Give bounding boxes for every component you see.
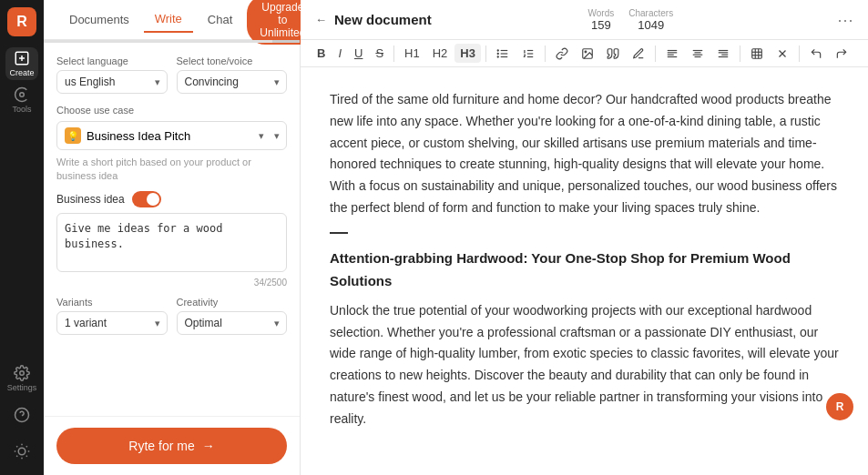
h2-button[interactable]: H2 — [427, 44, 454, 63]
language-tone-row: Select language us English Spanish Frenc… — [56, 56, 287, 94]
char-count: 34/2500 — [56, 278, 287, 288]
user-avatar: R — [826, 393, 853, 420]
language-select[interactable]: us English Spanish French — [56, 70, 168, 94]
sidebar-item-tools[interactable]: Tools — [5, 84, 38, 116]
align-right-button[interactable] — [711, 45, 735, 63]
ryte-button-wrapper: Ryte for me → — [44, 416, 300, 475]
toolbar-separator-2 — [485, 45, 486, 62]
sidebar-item-create[interactable]: Create — [5, 47, 38, 80]
business-idea-label: Business idea — [56, 193, 125, 206]
align-left-button[interactable] — [660, 45, 684, 63]
ryte-arrow-icon: → — [202, 439, 215, 453]
top-nav: Documents Write Chat Upgrade to Unlimite… — [44, 0, 300, 40]
sidebar-item-help[interactable] — [5, 399, 38, 431]
strikethrough-button[interactable]: S — [370, 44, 389, 63]
svg-point-3 — [20, 93, 25, 97]
quote-button[interactable] — [601, 45, 625, 63]
variants-group: Variants 1 variant 2 variants 3 variants — [56, 297, 168, 335]
link-button[interactable] — [550, 45, 574, 63]
toolbar-separator-1 — [393, 45, 394, 62]
ryte-for-me-button[interactable]: Ryte for me → — [56, 428, 287, 464]
business-idea-textarea[interactable]: Give me ideas for a wood business. — [56, 213, 287, 272]
table-button[interactable] — [745, 45, 769, 63]
toolbar-separator-5 — [740, 45, 740, 62]
tab-chat[interactable]: Chat — [197, 7, 243, 32]
creativity-select[interactable]: Optimal High Low — [177, 311, 288, 335]
bold-button[interactable]: B — [311, 44, 331, 63]
svg-rect-39 — [752, 48, 762, 58]
highlight-button[interactable] — [627, 45, 650, 63]
bullet-list-button[interactable] — [491, 45, 515, 63]
business-idea-row: Business idea — [56, 191, 287, 207]
underline-button[interactable]: U — [349, 44, 368, 63]
image-button[interactable] — [576, 45, 599, 63]
italic-button[interactable]: I — [332, 44, 347, 63]
tab-documents[interactable]: Documents — [58, 7, 140, 32]
doc-divider — [330, 232, 348, 234]
icon-bar: R Create Tools Settings — [0, 0, 44, 475]
svg-point-20 — [497, 53, 498, 54]
variants-select[interactable]: 1 variant 2 variants 3 variants — [56, 311, 168, 335]
align-center-button[interactable] — [686, 45, 710, 63]
use-case-chevron-icon: ▾ — [259, 130, 264, 142]
right-panel: ← New document Words 159 Characters 1049… — [301, 0, 868, 475]
language-label: Select language — [56, 56, 168, 66]
use-case-icon: 💡 — [65, 127, 81, 144]
sidebar-item-settings[interactable]: Settings — [5, 362, 38, 395]
svg-line-14 — [16, 456, 17, 457]
characters-value: 1049 — [628, 18, 673, 32]
tone-label: Select tone/voice — [177, 56, 288, 66]
doc-title: New document — [334, 12, 432, 27]
svg-line-11 — [26, 456, 27, 457]
tone-select[interactable]: Convincing Formal Casual — [177, 70, 288, 94]
left-panel-content: Select language us English Spanish Frenc… — [44, 43, 300, 416]
use-case-label: Choose use case — [56, 105, 287, 116]
use-case-group: Choose use case 💡 Business Idea Pitch ▾ — [56, 105, 287, 150]
tab-write[interactable]: Write — [144, 6, 193, 33]
creativity-label: Creativity — [177, 297, 288, 308]
words-label: Words — [588, 8, 615, 18]
numbered-list-button[interactable] — [516, 45, 540, 63]
creativity-group: Creativity Optimal High Low — [177, 297, 288, 335]
use-case-select-wrapper: 💡 Business Idea Pitch ▾ — [56, 121, 287, 150]
svg-point-19 — [497, 49, 498, 50]
sidebar-item-theme[interactable] — [5, 435, 38, 468]
paragraph-3: Unlock the true potential of your woodwo… — [330, 300, 839, 430]
paragraph-1: Tired of the same old furniture and home… — [330, 89, 839, 219]
tools-label: Tools — [12, 105, 31, 114]
business-idea-toggle[interactable] — [132, 191, 161, 207]
words-stat: Words 159 — [588, 8, 615, 32]
doc-content[interactable]: Tired of the same old furniture and home… — [301, 67, 868, 475]
hint-text: Write a short pitch based on your produc… — [56, 156, 287, 184]
words-value: 159 — [588, 18, 615, 32]
doc-menu-button[interactable]: ⋯ — [837, 10, 853, 30]
ryte-button-label: Ryte for me — [128, 439, 194, 453]
variants-creativity-row: Variants 1 variant 2 variants 3 variants… — [56, 297, 287, 335]
settings-label: Settings — [7, 383, 37, 392]
h3-button[interactable]: H3 — [454, 44, 481, 63]
use-case-value: Business Idea Pitch — [87, 129, 190, 143]
svg-line-10 — [16, 446, 17, 447]
word-stats: Words 159 Characters 1049 — [588, 8, 674, 32]
characters-label: Characters — [628, 8, 673, 18]
use-case-select[interactable]: 💡 Business Idea Pitch ▾ — [56, 121, 287, 150]
h1-button[interactable]: H1 — [399, 44, 425, 63]
undo-button[interactable] — [804, 45, 828, 63]
formatting-toolbar: B I U S H1 H2 H3 — [301, 40, 868, 67]
characters-stat: Characters 1049 — [628, 8, 673, 32]
tone-group: Select tone/voice Convincing Formal Casu… — [177, 56, 288, 94]
language-select-wrapper: us English Spanish French — [56, 70, 168, 94]
svg-point-26 — [585, 51, 587, 53]
svg-point-4 — [20, 371, 25, 376]
back-icon: ← — [315, 13, 327, 26]
svg-point-21 — [497, 56, 498, 56]
create-label: Create — [9, 68, 34, 77]
back-button[interactable]: ← — [315, 13, 327, 26]
clear-format-button[interactable] — [771, 45, 794, 63]
toolbar-separator-3 — [545, 45, 546, 62]
tone-select-wrapper: Convincing Formal Casual — [177, 70, 288, 94]
creativity-select-wrapper: Optimal High Low — [177, 311, 288, 335]
svg-point-7 — [18, 448, 26, 455]
redo-button[interactable] — [830, 45, 853, 63]
app-logo: R — [7, 7, 36, 36]
